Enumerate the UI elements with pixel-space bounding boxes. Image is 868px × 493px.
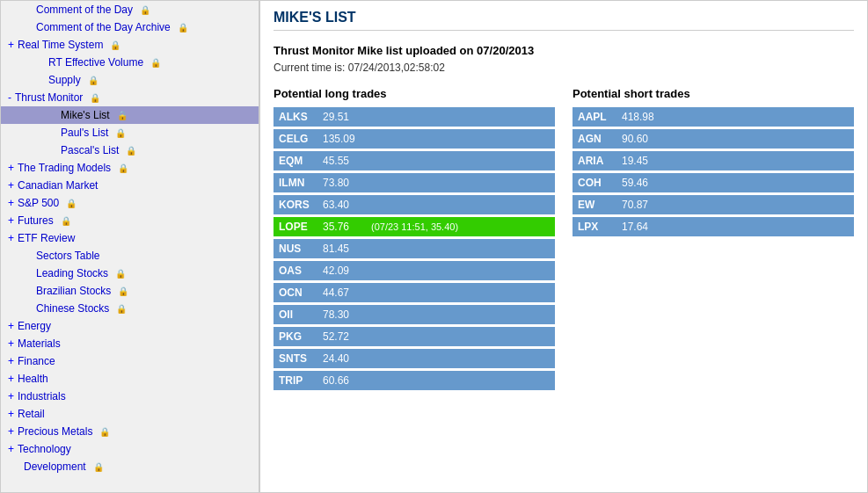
short-trade-row-0: AAPL418.98 xyxy=(573,107,854,127)
sidebar-label-supply: Supply xyxy=(48,74,81,86)
expand-icon-health[interactable]: + xyxy=(8,373,14,385)
expand-icon-canadian-market[interactable]: + xyxy=(8,179,14,192)
trade-ticker: NUS xyxy=(279,243,323,255)
trade-price: 44.67 xyxy=(323,286,371,299)
trade-ticker: LPX xyxy=(578,221,622,233)
current-time: Current time is: 07/24/2013,02:58:02 xyxy=(274,62,854,74)
expand-icon-technology[interactable]: + xyxy=(8,443,14,455)
trade-ticker: AAPL xyxy=(578,111,622,123)
long-trade-row-7: OAS42.09 xyxy=(274,261,555,280)
sidebar-item-thrust-monitor[interactable]: -Thrust Monitor🔒 xyxy=(1,89,259,106)
short-trade-row-3: COH59.46 xyxy=(573,173,854,192)
long-trade-row-1: CELG135.09 xyxy=(274,129,555,149)
sidebar-item-canadian-market[interactable]: +Canadian Market xyxy=(1,177,259,194)
sidebar-item-precious-metals[interactable]: +Precious Metals🔒 xyxy=(1,423,259,440)
lock-icon-thrust-monitor: 🔒 xyxy=(90,93,100,103)
short-trade-row-4: EW70.87 xyxy=(573,195,854,214)
lock-icon-brazilian-stocks: 🔒 xyxy=(118,286,128,296)
expand-icon-trading-models[interactable]: + xyxy=(8,162,14,174)
sidebar-label-health: Health xyxy=(18,373,48,385)
trade-price: 78.30 xyxy=(323,308,371,321)
sidebar-item-supply[interactable]: Supply🔒 xyxy=(1,71,259,89)
long-trades-column: Potential long trades ALKS29.51CELG135.0… xyxy=(274,87,555,393)
long-trade-row-4: KORS63.40 xyxy=(274,195,555,214)
sidebar-item-pauls-list[interactable]: Paul's List🔒 xyxy=(1,124,259,141)
long-trade-row-8: OCN44.67 xyxy=(274,283,555,302)
sidebar-item-trading-models[interactable]: +The Trading Models🔒 xyxy=(1,159,259,177)
trade-ticker: KORS xyxy=(279,199,323,211)
trade-ticker: OCN xyxy=(279,286,323,299)
sidebar-label-canadian-market: Canadian Market xyxy=(18,179,98,192)
sidebar-item-energy[interactable]: +Energy xyxy=(1,317,259,335)
sidebar-item-pascals-list[interactable]: Pascal's List🔒 xyxy=(1,141,259,159)
long-trade-row-11: SNTS24.40 xyxy=(274,349,555,368)
expand-icon-precious-metals[interactable]: + xyxy=(8,425,14,438)
sidebar-item-comment-of-the-day[interactable]: Comment of the Day🔒 xyxy=(1,1,259,18)
sidebar-label-pauls-list: Paul's List xyxy=(61,127,108,139)
trade-extra: (07/23 11:51, 35.40) xyxy=(371,221,458,232)
trade-price: 81.45 xyxy=(323,243,371,255)
long-trade-row-12: TRIP60.66 xyxy=(274,371,555,390)
expand-icon-real-time-system[interactable]: + xyxy=(8,39,14,51)
trade-price: 60.66 xyxy=(323,374,371,387)
expand-icon-finance[interactable]: + xyxy=(8,355,14,367)
sidebar-item-rt-effective-volume[interactable]: RT Effective Volume🔒 xyxy=(1,54,259,71)
sidebar-label-finance: Finance xyxy=(18,355,55,367)
sidebar-label-thrust-monitor: Thrust Monitor xyxy=(15,91,83,104)
trade-price: 42.09 xyxy=(323,265,371,277)
sidebar-item-materials[interactable]: +Materials xyxy=(1,335,259,352)
sidebar-item-retail[interactable]: +Retail xyxy=(1,405,259,423)
sidebar-item-development[interactable]: Development🔒 xyxy=(1,458,259,475)
expand-icon-thrust-monitor[interactable]: - xyxy=(8,91,11,104)
lock-icon-comment-of-the-day-archive: 🔒 xyxy=(178,23,188,33)
sidebar-label-leading-stocks: Leading Stocks xyxy=(36,267,108,279)
expand-icon-industrials[interactable]: + xyxy=(8,390,14,402)
sidebar-item-sp500[interactable]: +S&P 500🔒 xyxy=(1,194,259,212)
main-content: MIKE'S LIST Thrust Monitor Mike list upl… xyxy=(259,0,868,493)
sidebar-label-technology: Technology xyxy=(18,443,71,455)
sidebar-item-chinese-stocks[interactable]: Chinese Stocks🔒 xyxy=(1,300,259,317)
trade-ticker: EQM xyxy=(279,155,323,167)
sidebar-item-sectors-table[interactable]: Sectors Table xyxy=(1,247,259,265)
long-trade-row-10: PKG52.72 xyxy=(274,327,555,346)
sidebar-item-brazilian-stocks[interactable]: Brazilian Stocks🔒 xyxy=(1,282,259,300)
long-trade-row-0: ALKS29.51 xyxy=(274,107,555,127)
lock-icon-trading-models: 🔒 xyxy=(118,163,128,173)
trade-price: 63.40 xyxy=(323,199,371,211)
lock-icon-pauls-list: 🔒 xyxy=(115,128,126,138)
sidebar-item-health[interactable]: +Health xyxy=(1,370,259,388)
sidebar-label-development: Development xyxy=(24,460,86,473)
lock-icon-comment-of-the-day: 🔒 xyxy=(140,5,150,15)
sidebar-item-comment-of-the-day-archive[interactable]: Comment of the Day Archive🔒 xyxy=(1,18,259,36)
sidebar-item-finance[interactable]: +Finance xyxy=(1,352,259,370)
short-trades-column: Potential short trades AAPL418.98AGN90.6… xyxy=(573,87,854,393)
trade-price: 35.76 xyxy=(323,221,371,233)
trade-price: 45.55 xyxy=(323,155,371,167)
short-trades-label: Potential short trades xyxy=(573,87,854,100)
sidebar-item-technology[interactable]: +Technology xyxy=(1,440,259,458)
expand-icon-futures[interactable]: + xyxy=(8,214,14,227)
trade-price: 52.72 xyxy=(323,330,371,343)
sidebar-item-futures[interactable]: +Futures🔒 xyxy=(1,212,259,229)
lock-icon-chinese-stocks: 🔒 xyxy=(116,304,127,314)
sidebar-item-leading-stocks[interactable]: Leading Stocks🔒 xyxy=(1,265,259,282)
expand-icon-energy[interactable]: + xyxy=(8,320,14,332)
sidebar-item-industrials[interactable]: +Industrials xyxy=(1,388,259,405)
expand-icon-sp500[interactable]: + xyxy=(8,197,14,209)
trade-price: 29.51 xyxy=(323,111,371,123)
sidebar-label-mikes-list: Mike's List xyxy=(61,109,110,121)
trade-price: 70.87 xyxy=(622,199,670,211)
lock-icon-precious-metals: 🔒 xyxy=(99,427,110,437)
long-trade-row-5: LOPE35.76(07/23 11:51, 35.40) xyxy=(274,217,555,236)
trade-price: 90.60 xyxy=(622,133,670,145)
sidebar-item-mikes-list[interactable]: Mike's List🔒 xyxy=(1,106,259,124)
trade-ticker: LOPE xyxy=(279,221,323,233)
sidebar-label-sp500: S&P 500 xyxy=(18,197,59,209)
sidebar-item-etf-review[interactable]: +ETF Review xyxy=(1,229,259,247)
sidebar-item-real-time-system[interactable]: +Real Time System🔒 xyxy=(1,36,259,54)
expand-icon-retail[interactable]: + xyxy=(8,408,14,420)
sidebar-label-rt-effective-volume: RT Effective Volume xyxy=(48,56,143,69)
current-time-value: 07/24/2013,02:58:02 xyxy=(348,62,445,74)
expand-icon-etf-review[interactable]: + xyxy=(8,232,14,244)
expand-icon-materials[interactable]: + xyxy=(8,337,14,350)
